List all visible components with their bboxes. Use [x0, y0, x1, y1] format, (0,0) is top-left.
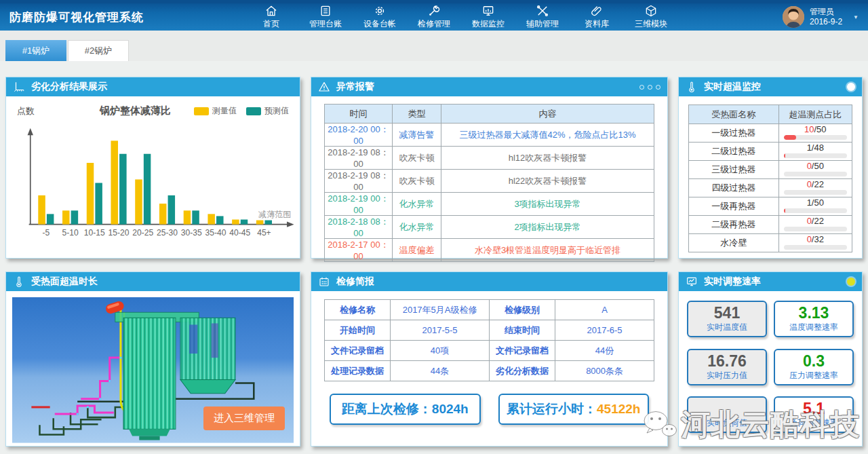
alarm-col-header: 类型: [393, 105, 441, 124]
panel-title: 实时调整速率: [704, 276, 761, 288]
overtemp-progress: [784, 245, 847, 250]
total-running-hours-button[interactable]: 累计运行小时：45122h: [498, 394, 650, 425]
wrench-icon: [427, 4, 441, 18]
top-bar: 防磨防爆可视化管理系统 首页管理台账设备台帐检修管理数据监控辅助管理资料库三维模…: [0, 0, 868, 31]
rate-card: 16.76实时压力值: [687, 349, 767, 385]
panel-overtemp-monitor: 实时超温监控 受热面名称超温测点占比 一级过热器10/50二级过热器1/48三级…: [678, 77, 863, 259]
overtemp-row: 二级再热器0/22: [689, 216, 852, 234]
boiler-3d-viewport: 进入三维管理: [6, 291, 300, 449]
alarm-col-header: 内容: [441, 105, 654, 124]
svg-text:35-40: 35-40: [205, 228, 226, 238]
panel-maintenance-header: 检修简报: [311, 272, 667, 291]
clip-icon: [589, 4, 604, 18]
rate-card: 5.1负荷调整速率: [774, 396, 854, 433]
tab-boiler-2[interactable]: #2锅炉: [68, 40, 129, 61]
alarm-row: 2018-2-19 08：00吹灰卡顿hl12吹灰器卡顿报警: [325, 147, 654, 170]
panel-3d-overtemp-duration: 受热面超温时长: [5, 271, 300, 447]
nav-item-assist[interactable]: 辅助管理: [524, 4, 561, 30]
overtemp-progress: [784, 227, 847, 231]
panel-alarm-header: 异常报警: [311, 77, 667, 96]
svg-text:-5: -5: [42, 228, 50, 238]
user-date: 2016-9-2: [810, 17, 842, 27]
thermometer-icon: [13, 276, 25, 288]
alarm-table-body: 2018-2-20 00：00减薄告警三级过热器最大减薄值42%，危险点占比13…: [325, 124, 654, 262]
panel-rate-header: 实时调整速率: [679, 272, 862, 291]
nav-item-overhaul[interactable]: 检修管理: [415, 4, 453, 30]
nav-item-ledger[interactable]: 管理台账: [307, 4, 344, 30]
nav-item-library[interactable]: 资料库: [578, 4, 616, 30]
nav-item-home[interactable]: 首页: [252, 4, 290, 30]
alarm-table-wrap: 时间类型内容 2018-2-20 00：00减薄告警三级过热器最大减薄值42%，…: [311, 96, 667, 269]
user-info: 管理员 2016-9-2: [810, 7, 842, 27]
warning-triangle-icon: [318, 81, 330, 93]
nav-item-monitoring[interactable]: 数据监控: [469, 4, 507, 30]
cube-icon: [644, 4, 658, 18]
overtemp-row: 一级过热器10/50: [689, 124, 852, 143]
chart-header-row: 点数 锅炉整体减薄比 测量值预测值: [6, 96, 300, 117]
rate-card: 实时负荷值: [687, 396, 767, 433]
overtemp-table: 受热面名称超温测点占比 一级过热器10/50二级过热器1/48三级过热器0/50…: [688, 105, 852, 252]
rate-card: 3.13温度调整速率: [774, 301, 854, 337]
tab-boiler-1[interactable]: #1锅炉: [5, 40, 66, 61]
main-nav: 首页管理台账设备台帐检修管理数据监控辅助管理资料库三维模块: [252, 4, 670, 30]
tools-icon: [535, 4, 550, 18]
svg-text:10-15: 10-15: [84, 228, 105, 238]
overtemp-table-header: 受热面名称超温测点占比: [689, 105, 852, 124]
alarm-row: 2018-2-20 00：00减薄告警三级过热器最大减薄值42%，危险点占比13…: [325, 124, 654, 147]
overtemp-row: 二级过热器1/48: [689, 143, 852, 161]
maintenance-table: 检修名称2017年5月A级检修检修级别A开始时间2017-5-5结束时间2017…: [324, 299, 654, 381]
overtemp-progress: [784, 190, 847, 195]
rate-card: 541实时温度值: [687, 301, 767, 337]
panel-overtemp-header: 实时超温监控: [679, 77, 862, 96]
panel-adjust-rate: 实时调整速率 541实时温度值3.13温度调整速率16.76实时压力值0.3压力…: [678, 271, 863, 447]
maintenance-row: 检修名称2017年5月A级检修检修级别A: [325, 300, 654, 320]
alarm-row: 2018-2-19 08：00吹灰卡顿hl22吹灰器卡顿报警: [325, 170, 654, 193]
home-icon: [264, 4, 279, 18]
overtemp-row: 水冷壁0/32: [689, 234, 852, 252]
svg-text:45+: 45+: [257, 228, 271, 238]
panel-title: 检修简报: [336, 276, 374, 288]
svg-text:15-20: 15-20: [108, 228, 130, 238]
alarm-row: 2018-2-19 00：00化水异常3项指标出现异常: [325, 193, 654, 216]
monitor-icon: [481, 4, 496, 18]
panel-degradation-analysis: 劣化分析结果展示 点数 锅炉整体减薄比 测量值预测值 -55-1010-1515…: [5, 77, 300, 259]
alarm-pager-dots[interactable]: [639, 85, 660, 90]
user-menu[interactable]: 管理员 2016-9-2 ▼: [783, 6, 859, 28]
alarm-row: 2018-2-17 00：00温度偏差水冷壁3根管道温度明显高于临近管排: [325, 239, 654, 262]
calendar-icon: [318, 276, 330, 288]
overtemp-table-body: 一级过热器10/50二级过热器1/48三级过热器0/50四级过热器0/22一级再…: [689, 124, 852, 252]
maintenance-row: 开始时间2017-5-5结束时间2017-6-5: [325, 320, 654, 341]
overtemp-progress: [784, 153, 847, 158]
svg-text:20-25: 20-25: [132, 228, 153, 238]
legend-item: 测量值: [194, 105, 237, 117]
overtemp-progress: [784, 135, 847, 140]
nav-item-module3d[interactable]: 三维模块: [632, 4, 670, 30]
since-last-overhaul-button[interactable]: 距离上次检修：8024h: [330, 394, 481, 425]
dashboard-grid: 劣化分析结果展示 点数 锅炉整体减薄比 测量值预测值 -55-1010-1515…: [5, 77, 863, 447]
alarm-row: 2018-2-18 08：00化水异常2项指标出现异常: [325, 216, 654, 239]
maintenance-row: 处理记录数据44条劣化分析数据8000条条: [325, 361, 654, 381]
overtemp-progress: [784, 208, 847, 213]
panel-title: 受热面超温时长: [31, 276, 98, 288]
gear-icon: [372, 4, 387, 18]
panel-title: 劣化分析结果展示: [31, 81, 107, 93]
thinning-bar-chart: -55-1010-1515-2020-2525-3030-3535-4040-4…: [6, 117, 300, 250]
panel-degradation-header: 劣化分析结果展示: [6, 77, 300, 96]
panel-3d-header: 受热面超温时长: [6, 272, 300, 291]
ruler-chart-icon: [13, 81, 25, 93]
chevron-down-icon[interactable]: ▼: [853, 14, 859, 20]
user-name: 管理员: [810, 7, 842, 17]
svg-text:30-35: 30-35: [181, 228, 202, 238]
enter-3d-management-button[interactable]: 进入三维管理: [203, 406, 285, 430]
panel-maintenance-brief: 检修简报 检修名称2017年5月A级检修检修级别A开始时间2017-5-5结束时…: [311, 271, 668, 447]
overtemp-table-wrap: 受热面名称超温测点占比 一级过热器10/50二级过热器1/48三级过热器0/50…: [679, 96, 862, 261]
nav-item-equipment[interactable]: 设备台帐: [361, 4, 399, 30]
panel-title: 异常报警: [336, 81, 374, 93]
overtemp-row: 一级再热器1/50: [689, 197, 852, 216]
status-light: [847, 278, 855, 286]
status-light: [847, 83, 855, 91]
monitor-chart-icon: [686, 276, 698, 288]
chart-title: 锅炉整体减薄比: [100, 105, 171, 117]
chart-area: 点数 锅炉整体减薄比 测量值预测值 -55-1010-1515-2020-252…: [6, 96, 300, 258]
chart-ylabel: 点数: [17, 105, 35, 117]
